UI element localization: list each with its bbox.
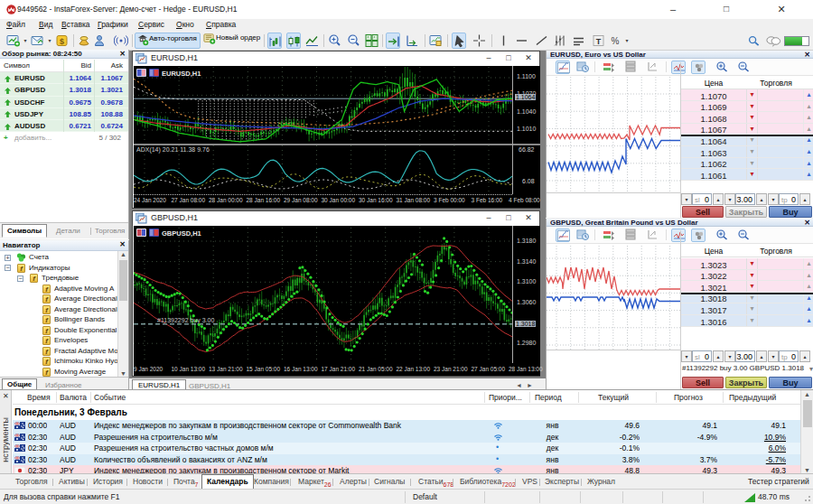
svg-text:%: % (612, 36, 620, 46)
svg-text:T: T (596, 37, 602, 46)
svg-text:$: $ (60, 37, 64, 46)
svg-text:#11392292 buy 3.00: #11392292 buy 3.00 (157, 317, 214, 324)
